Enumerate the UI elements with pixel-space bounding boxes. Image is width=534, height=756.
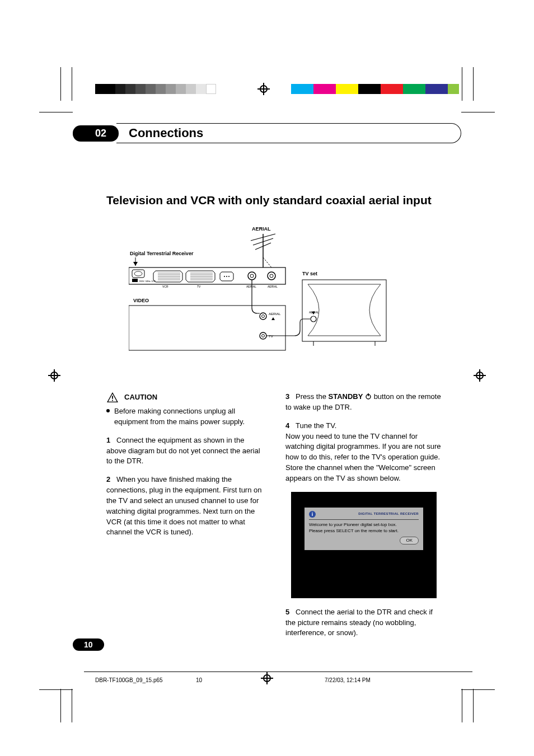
step-text: When you have finished making the connec… [106,475,262,536]
crop-mark [39,689,73,690]
registration-mark-icon [261,672,273,684]
svg-point-48 [262,335,265,337]
svg-rect-10 [132,279,138,282]
caution-heading: CAUTION [106,392,263,403]
svg-rect-42 [129,306,285,350]
registration-row-top [0,84,534,97]
connection-diagram: AERIAL Digital Terrestrial Receiver 230V… [129,224,420,369]
svg-point-47 [260,332,266,339]
step-number: 5 [285,607,296,618]
step-text: Connect the equipment as shown in the ab… [106,436,260,466]
step-3-pre: Press the [296,392,329,401]
right-column: 3Press the STANDBY button on the remote … [285,392,442,646]
bullet-icon [106,409,110,412]
crop-mark [60,689,61,722]
svg-text:VIDEO: VIDEO [133,298,149,303]
svg-point-24 [226,276,227,277]
crop-mark [461,112,495,112]
registration-mark-icon [48,369,60,382]
svg-text:AERIAL: AERIAL [269,312,281,316]
svg-point-30 [268,272,275,280]
caution-text: Before making connections unplug all equ… [114,406,263,428]
registration-mark-icon [257,83,270,95]
footer-rule [84,672,472,672]
svg-marker-46 [271,317,275,320]
welcome-dialog: i DIGITAL TERRESTRIAL RECEIVER Welcome t… [305,508,423,550]
step-3-bold: STANDBY [329,392,363,401]
step-number: 3 [285,392,296,402]
caution-bullet: Before making connections unplug all equ… [106,406,263,428]
grayscale-swatches [95,84,216,94]
chapter-number-badge: 02 [73,125,119,142]
svg-text:TV set: TV set [302,271,317,276]
svg-text:Digital Terrestrial Receiver: Digital Terrestrial Receiver [130,251,194,256]
page-content: 02 Connections Television and VCR with o… [73,123,461,646]
info-icon: i [309,511,316,518]
svg-text:AERIAL: AERIAL [268,285,278,288]
crop-mark [39,112,73,112]
welcome-header: DIGITAL TERRESTRIAL RECEIVER [319,511,419,516]
svg-rect-8 [132,270,144,278]
crop-mark [473,67,474,101]
footer-filename: DBR-TF100GB_09_15.p65 [95,677,163,683]
svg-point-36 [311,316,316,322]
svg-text:VCR: VCR [162,285,168,288]
crop-mark [462,67,462,101]
chapter-title: Connections [116,123,461,143]
page-number-badge: 10 [73,638,104,651]
svg-point-44 [262,315,265,318]
welcome-line1: Welcome to your Pioneer digital set-top … [309,522,419,528]
step-3: 3Press the STANDBY button on the remote … [285,392,442,413]
svg-marker-6 [133,262,138,266]
svg-point-43 [260,313,266,320]
left-column: CAUTION Before making connections unplug… [106,392,263,646]
section-title: Television and VCR with only standard co… [106,194,461,207]
svg-point-25 [224,276,225,277]
step-2: 2When you have finished making the conne… [106,475,263,538]
svg-text:TV: TV [197,285,201,288]
registration-mark-icon [474,369,486,382]
footer-page: 10 [196,677,202,683]
svg-rect-53 [112,400,113,401]
diagram-label-aerial: AERIAL [252,226,271,232]
step-4: 4Tune the TV. Now you need to tune the T… [285,421,442,484]
step-1: 1Connect the equipment as shown in the a… [106,435,263,467]
svg-text:TV: TV [269,335,273,338]
svg-point-31 [270,274,273,278]
chapter-header: 02 Connections [73,123,461,143]
step-number: 4 [285,421,296,431]
standby-icon [365,393,372,400]
step-number: 2 [106,475,116,485]
step-4-body: Now you need to tune the TV channel for … [285,432,441,482]
crop-mark [72,689,72,722]
step-4-head: Tune the TV. [296,421,336,430]
welcome-line2: Please press SELECT on the remote to sta… [309,528,419,534]
svg-point-27 [248,272,256,280]
footer-datetime: 7/22/03, 12:14 PM [325,677,371,683]
welcome-ok-button: OK [400,537,419,544]
svg-rect-52 [112,396,113,398]
svg-text:230V~50Hz 12W: 230V~50Hz 12W [139,280,156,283]
caution-triangle-icon [106,392,119,403]
caution-label: CAUTION [124,392,157,403]
svg-point-28 [250,274,254,278]
svg-line-33 [263,257,271,267]
crop-mark [473,689,474,722]
welcome-screenshot: i DIGITAL TERRESTRIAL RECEIVER Welcome t… [291,492,437,598]
crop-mark [60,67,61,101]
crop-mark [462,689,462,722]
svg-point-9 [134,271,142,276]
step-5-text: Connect the aerial to the DTR and check … [285,608,433,637]
step-number: 1 [106,435,116,446]
step-5: 5Connect the aerial to the DTR and check… [285,607,442,639]
crop-mark [72,67,72,101]
crop-mark [461,689,495,690]
svg-text:AERIAL: AERIAL [246,285,256,288]
svg-point-26 [228,276,229,277]
color-swatches [291,84,459,94]
